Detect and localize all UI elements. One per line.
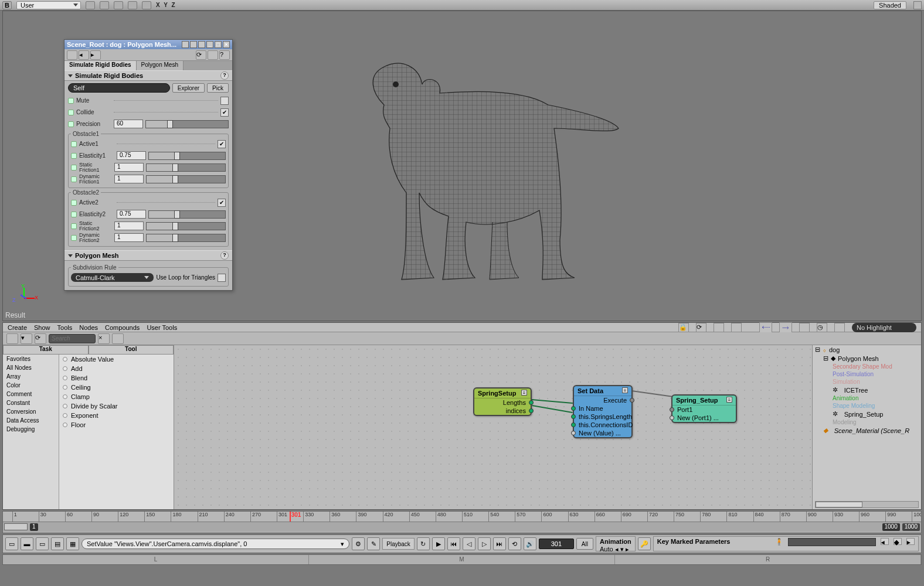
- node-item[interactable]: Ceiling: [59, 383, 174, 392]
- dfric2-field[interactable]: 1: [114, 233, 144, 242]
- node-item[interactable]: Floor: [59, 420, 174, 430]
- precision-field[interactable]: 60: [114, 120, 143, 128]
- cat-item[interactable]: Favorites: [3, 355, 59, 363]
- keyframe-icon[interactable]: [208, 50, 218, 60]
- active1-checkbox[interactable]: ✔: [218, 140, 226, 148]
- scene-explorer-mini[interactable]: ⊟⬨dog ⊟◆Polygon Mesh Secondary Shape Mod…: [812, 345, 921, 509]
- tree-item[interactable]: ◆ Scene_Material (Scene_R: [813, 426, 921, 435]
- node-list[interactable]: Absolute Value Add Blend Ceiling Clamp D…: [59, 355, 174, 509]
- node-item[interactable]: Divide by Scalar: [59, 401, 174, 411]
- help-icon[interactable]: ?: [219, 50, 230, 60]
- toolbar-icon-2[interactable]: [100, 1, 109, 9]
- cat-item[interactable]: Comment: [3, 390, 59, 398]
- explorer-hscroll[interactable]: [815, 501, 919, 508]
- all-button[interactable]: All: [576, 538, 593, 550]
- menu-btn-b[interactable]: B: [2, 1, 12, 9]
- search-clear-icon[interactable]: ×: [98, 333, 110, 344]
- cat-item[interactable]: All Nodes: [3, 363, 59, 372]
- lock-icon[interactable]: 🔒: [678, 323, 689, 332]
- section-polymesh[interactable]: Polygon Mesh ?: [64, 250, 232, 261]
- first-frame-button[interactable]: ⏮: [447, 537, 460, 550]
- elasticity2-field[interactable]: 0.75: [117, 210, 146, 219]
- panel-icon-3[interactable]: [198, 41, 205, 48]
- scroll-thumb[interactable]: [4, 523, 28, 530]
- range-start[interactable]: 1: [30, 523, 38, 531]
- axis-toggle[interactable]: X Y Z: [156, 2, 176, 8]
- useloop-checkbox[interactable]: [218, 274, 226, 282]
- precision-slider[interactable]: [145, 120, 229, 128]
- panel-titlebar[interactable]: Scene_Root : dog : Polygon Mesh... _ □ ×: [64, 40, 232, 49]
- port-execute[interactable]: Execute: [574, 396, 631, 404]
- maximize-view-button[interactable]: [913, 1, 922, 9]
- toolbar-icon-1[interactable]: [86, 1, 95, 9]
- left-tool-refresh[interactable]: ⟳: [35, 333, 46, 344]
- layout-btn-3[interactable]: ▭: [36, 537, 49, 550]
- anim-dot[interactable]: [68, 98, 74, 104]
- tree-item[interactable]: Modeling: [813, 418, 921, 426]
- section-help-icon[interactable]: ?: [220, 251, 229, 260]
- explorer-button[interactable]: Explorer: [172, 83, 205, 93]
- tree-item[interactable]: Shape Modeling: [813, 402, 921, 410]
- section-help-icon[interactable]: ?: [220, 71, 229, 80]
- layout-btn-4[interactable]: ▤: [51, 537, 64, 550]
- elasticity1-field[interactable]: 0.75: [117, 151, 146, 160]
- viewport-3d[interactable]: Y X Z Result Scene_Root : dog : Polygon …: [2, 11, 922, 321]
- refresh-icon[interactable]: ⟳: [196, 50, 206, 60]
- kmp-key[interactable]: ◆: [894, 538, 902, 545]
- last-frame-button[interactable]: ⏭: [493, 537, 506, 550]
- panel-icon-2[interactable]: [190, 41, 197, 48]
- eye-icon[interactable]: [142, 1, 151, 9]
- port-springslength[interactable]: this.SpringsLength: [574, 413, 631, 421]
- frame-end-box[interactable]: 1000: [902, 523, 920, 531]
- nav-back-button[interactable]: ⬸: [759, 322, 772, 333]
- prev-key-button[interactable]: ◁: [463, 537, 475, 550]
- active2-checkbox[interactable]: ✔: [218, 199, 226, 207]
- refresh-icon[interactable]: ⟳: [696, 323, 706, 332]
- script-edit-icon[interactable]: ✎: [367, 537, 380, 550]
- layout-btn-2[interactable]: ▬: [21, 537, 33, 550]
- dfric2-slider[interactable]: [146, 234, 226, 242]
- lock-icon[interactable]: [67, 50, 77, 60]
- tab-simulate[interactable]: Simulate Rigid Bodies: [64, 61, 137, 70]
- record-button[interactable]: ⟲: [508, 537, 521, 550]
- sfric2-slider[interactable]: [146, 222, 226, 230]
- sfric2-field[interactable]: 1: [114, 222, 144, 230]
- search-go-icon[interactable]: [112, 333, 124, 344]
- node-item[interactable]: Clamp: [59, 392, 174, 401]
- clock-icon[interactable]: ◷: [817, 323, 827, 332]
- next-key-button[interactable]: ▷: [478, 537, 491, 550]
- play-button[interactable]: ▶: [432, 537, 445, 550]
- node-expand-icon[interactable]: ≡: [622, 387, 628, 393]
- cat-item[interactable]: Array: [3, 372, 59, 381]
- anim-dot[interactable]: [68, 121, 74, 127]
- tab-polymesh[interactable]: Polygon Mesh: [137, 61, 184, 70]
- collide-checkbox[interactable]: ✔: [220, 108, 229, 117]
- script-run-icon[interactable]: ⚙: [352, 537, 365, 550]
- menu-tools[interactable]: Tools: [57, 324, 73, 331]
- port-port1[interactable]: Port1: [672, 406, 736, 414]
- highlight-dropdown[interactable]: No Highlight: [852, 323, 916, 332]
- dfric1-field[interactable]: 1: [114, 175, 144, 183]
- panel-maximize[interactable]: □: [215, 41, 222, 48]
- node-expand-icon[interactable]: ≡: [521, 390, 527, 396]
- port-indices[interactable]: indices: [474, 407, 531, 415]
- toolbar-icon[interactable]: [799, 323, 810, 332]
- kmp-prev[interactable]: ◂: [881, 538, 889, 545]
- layout-btn-1[interactable]: ▭: [5, 537, 18, 550]
- timeline-ruler[interactable]: 301 130609012015018021024027030133036039…: [3, 512, 921, 522]
- timeline-scrollbar[interactable]: 1 1000 1000: [3, 522, 921, 532]
- toolbar-icon-3[interactable]: [114, 1, 123, 9]
- tree-item[interactable]: Simulation: [813, 378, 921, 386]
- node-item[interactable]: Blend: [59, 373, 174, 383]
- dfric1-slider[interactable]: [146, 175, 226, 183]
- node-springsetup-compound[interactable]: Spring_Setup≡ Port1 New (Port1) ...: [671, 394, 737, 423]
- anim-dot[interactable]: [68, 110, 74, 115]
- node-springsetup[interactable]: SpringSetup≡ Lengths indices: [473, 387, 532, 416]
- tree-item[interactable]: Post-Simulation: [813, 370, 921, 378]
- cat-item[interactable]: Debugging: [3, 425, 59, 434]
- timeline-cursor[interactable]: [290, 512, 291, 522]
- current-frame-field[interactable]: 301: [539, 539, 574, 549]
- elasticity1-slider[interactable]: [148, 152, 226, 160]
- node-search-input[interactable]: [49, 334, 96, 343]
- port-inname[interactable]: In Name: [574, 404, 631, 413]
